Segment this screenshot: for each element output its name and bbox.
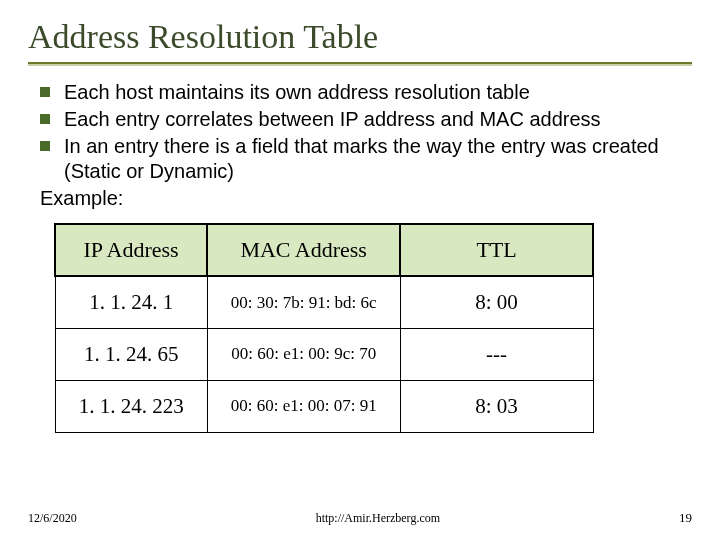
cell-mac: 00: 30: 7b: 91: bd: 6c bbox=[207, 276, 400, 328]
table-row: 1. 1. 24. 1 00: 30: 7b: 91: bd: 6c 8: 00 bbox=[55, 276, 593, 328]
square-bullet-icon bbox=[40, 114, 50, 124]
footer: 12/6/2020 http://Amir.Herzberg.com 19 bbox=[28, 510, 692, 526]
cell-ttl: --- bbox=[400, 328, 593, 380]
page-title: Address Resolution Table bbox=[28, 18, 692, 56]
bullet-item: In an entry there is a field that marks … bbox=[40, 134, 688, 184]
square-bullet-icon bbox=[40, 141, 50, 151]
bullet-item: Each entry correlates between IP address… bbox=[40, 107, 688, 132]
table-row: 1. 1. 24. 65 00: 60: e1: 00: 9c: 70 --- bbox=[55, 328, 593, 380]
example-label: Example: bbox=[40, 186, 688, 211]
slide: Address Resolution Table Each host maint… bbox=[0, 0, 720, 540]
table-header-row: IP Address MAC Address TTL bbox=[55, 224, 593, 276]
cell-mac: 00: 60: e1: 00: 9c: 70 bbox=[207, 328, 400, 380]
th-mac: MAC Address bbox=[207, 224, 400, 276]
bullet-text: Each entry correlates between IP address… bbox=[64, 107, 688, 132]
th-ttl: TTL bbox=[400, 224, 593, 276]
bullet-text: Each host maintains its own address reso… bbox=[64, 80, 688, 105]
cell-ttl: 8: 03 bbox=[400, 380, 593, 432]
footer-url: http://Amir.Herzberg.com bbox=[316, 511, 440, 526]
address-table: IP Address MAC Address TTL 1. 1. 24. 1 0… bbox=[54, 223, 594, 433]
content-area: Each host maintains its own address reso… bbox=[28, 80, 692, 433]
th-ip: IP Address bbox=[55, 224, 207, 276]
bullet-text: In an entry there is a field that marks … bbox=[64, 134, 688, 184]
bullet-item: Each host maintains its own address reso… bbox=[40, 80, 688, 105]
cell-mac: 00: 60: e1: 00: 07: 91 bbox=[207, 380, 400, 432]
cell-ip: 1. 1. 24. 65 bbox=[55, 328, 207, 380]
footer-date: 12/6/2020 bbox=[28, 511, 77, 526]
square-bullet-icon bbox=[40, 87, 50, 97]
table-row: 1. 1. 24. 223 00: 60: e1: 00: 07: 91 8: … bbox=[55, 380, 593, 432]
title-underline bbox=[28, 62, 692, 64]
cell-ip: 1. 1. 24. 1 bbox=[55, 276, 207, 328]
footer-page: 19 bbox=[679, 510, 692, 526]
cell-ttl: 8: 00 bbox=[400, 276, 593, 328]
cell-ip: 1. 1. 24. 223 bbox=[55, 380, 207, 432]
